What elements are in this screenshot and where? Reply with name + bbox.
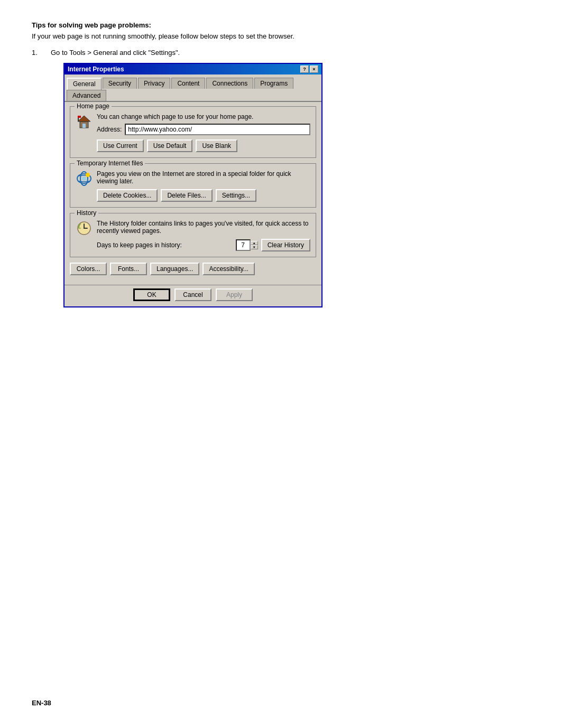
home-page-content: You can change which page to use for you… <box>76 113 310 152</box>
tab-bar: General Security Privacy Content Connect… <box>65 74 321 102</box>
help-button[interactable]: ? <box>300 66 309 73</box>
home-page-section: Home page You can change which page to u… <box>70 106 316 158</box>
tab-security[interactable]: Security <box>103 78 137 89</box>
tab-advanced[interactable]: Advanced <box>67 90 106 101</box>
address-row: Address: <box>97 124 310 135</box>
days-label: Days to keep pages in history: <box>97 241 233 249</box>
temp-files-content: Pages you view on the Internet are store… <box>76 170 310 202</box>
use-default-button[interactable]: Use Default <box>147 139 193 152</box>
tab-programs[interactable]: Programs <box>254 78 293 89</box>
home-page-buttons: Use Current Use Default Use Blank <box>97 139 310 152</box>
home-icon <box>76 113 93 130</box>
svg-point-7 <box>82 176 86 181</box>
temp-files-icon <box>76 170 93 187</box>
temp-files-description: Pages you view on the Internet are store… <box>97 170 310 185</box>
languages-button[interactable]: Languages... <box>150 263 199 275</box>
titlebar-buttons: ? × <box>300 66 318 73</box>
settings-button[interactable]: Settings... <box>216 189 256 202</box>
close-button[interactable]: × <box>310 66 318 73</box>
address-label: Address: <box>97 126 122 133</box>
spinner-buttons: ▲ ▼ <box>251 241 258 249</box>
history-controls: Days to keep pages in history: ▲ ▼ Clear… <box>97 239 310 251</box>
accessibility-button[interactable]: Accessibility... <box>202 263 254 275</box>
svg-rect-4 <box>78 116 81 118</box>
dialog-body: Home page You can change which page to u… <box>65 102 321 285</box>
apply-button[interactable]: Apply <box>216 288 253 301</box>
history-section: History The History folder contains link… <box>70 213 316 257</box>
history-icon <box>76 220 93 237</box>
spinner-down-button[interactable]: ▼ <box>251 245 258 249</box>
internet-properties-dialog: Internet Properties ? × General Security… <box>63 63 323 307</box>
use-current-button[interactable]: Use Current <box>97 139 144 152</box>
step-number: 1. <box>32 49 42 57</box>
temp-files-buttons: Delete Cookies... Delete Files... Settin… <box>97 189 310 202</box>
svg-point-8 <box>86 173 90 177</box>
tab-general[interactable]: General <box>67 78 102 90</box>
history-content: The History folder contains links to pag… <box>76 220 310 251</box>
fonts-button[interactable]: Fonts... <box>110 263 147 275</box>
tab-connections[interactable]: Connections <box>206 78 253 89</box>
tab-privacy[interactable]: Privacy <box>138 78 170 89</box>
dialog-titlebar: Internet Properties ? × <box>65 64 321 74</box>
clear-history-button[interactable]: Clear History <box>261 239 310 251</box>
days-input[interactable] <box>236 239 251 251</box>
page-title: Tips for solving web page problems: <box>32 21 539 29</box>
bottom-buttons-row: Colors... Fonts... Languages... Accessib… <box>70 263 316 275</box>
dialog-footer: OK Cancel Apply <box>65 285 321 306</box>
home-page-section-title: Home page <box>75 102 112 110</box>
dialog-title: Internet Properties <box>68 66 124 73</box>
delete-cookies-button[interactable]: Delete Cookies... <box>97 189 158 202</box>
svg-rect-2 <box>82 124 86 128</box>
delete-files-button[interactable]: Delete Files... <box>161 189 212 202</box>
temp-files-section-title: Temporary Internet files <box>75 160 145 167</box>
step-text: Go to Tools > General and click "Setting… <box>51 49 180 57</box>
address-input[interactable] <box>125 124 310 135</box>
history-section-title: History <box>75 209 98 217</box>
days-spinner: ▲ ▼ <box>236 239 258 251</box>
history-description: The History folder contains links to pag… <box>97 220 310 235</box>
use-blank-button[interactable]: Use Blank <box>196 139 237 152</box>
temp-files-section: Temporary Internet files Pages y <box>70 163 316 208</box>
spinner-up-button[interactable]: ▲ <box>251 241 258 245</box>
cancel-button[interactable]: Cancel <box>174 288 211 301</box>
ok-button[interactable]: OK <box>133 288 170 301</box>
home-page-description: You can change which page to use for you… <box>97 113 310 120</box>
colors-button[interactable]: Colors... <box>70 263 107 275</box>
page-subtitle: If your web page is not running smoothly… <box>32 32 539 40</box>
tab-content[interactable]: Content <box>171 78 205 89</box>
